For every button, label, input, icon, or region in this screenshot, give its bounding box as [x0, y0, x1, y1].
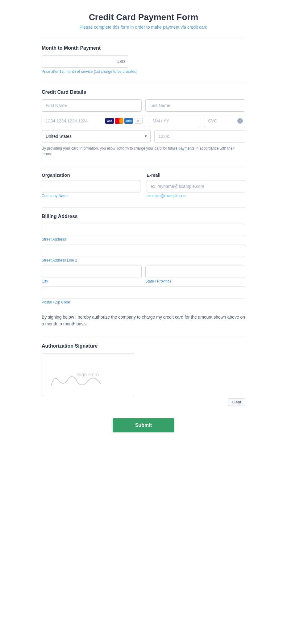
- card-terms: By providing your card information, you …: [42, 146, 245, 157]
- country-zip-row: United States Canada United Kingdom Aust…: [42, 130, 245, 142]
- street2-label: Street Address Line 2: [42, 258, 245, 262]
- signature-scribble: [48, 371, 104, 390]
- last-name-input[interactable]: [145, 99, 245, 112]
- page-title: Credit Card Payment Form: [42, 12, 245, 22]
- street1-label: Street Address: [42, 237, 245, 242]
- state-field: State / Province: [145, 266, 245, 283]
- zip-input[interactable]: [154, 130, 245, 142]
- clear-button-wrapper: Clear: [153, 398, 245, 406]
- section-divider-4: [42, 337, 245, 337]
- currency-badge: USD: [117, 59, 125, 64]
- cvc-info-icon[interactable]: i: [237, 118, 243, 124]
- amount-input[interactable]: [42, 55, 128, 68]
- payment-section-title: Month to Month Payment: [42, 45, 245, 51]
- org-group: Organization Company Name: [42, 172, 140, 198]
- credit-card-section: Credit Card Details VISA AMEX D: [42, 89, 245, 157]
- visa-icon: VISA: [105, 118, 114, 124]
- city-label: City: [42, 279, 142, 283]
- card-icons: VISA AMEX D: [105, 118, 143, 124]
- street2-input[interactable]: [42, 245, 245, 257]
- card-number-wrapper: VISA AMEX D: [42, 115, 145, 127]
- org-field-label: Company Name: [42, 194, 140, 198]
- billing-zip-label: Postal / Zip Code: [42, 300, 245, 304]
- zip-field: [154, 130, 245, 142]
- section-divider-3: [42, 207, 245, 208]
- billing-zip-input[interactable]: [42, 287, 245, 299]
- city-field: City: [42, 266, 142, 283]
- org-email-row: Organization Company Name E-mail example…: [42, 172, 245, 198]
- amount-input-wrapper: USD: [42, 55, 128, 68]
- submit-section: Submit: [42, 418, 245, 432]
- country-select[interactable]: United States Canada United Kingdom Aust…: [42, 130, 151, 142]
- name-row: [42, 99, 245, 112]
- org-label: Organization: [42, 172, 140, 178]
- cvc-wrapper: i: [204, 115, 245, 127]
- discover-icon: D: [134, 118, 143, 124]
- street1-input[interactable]: [42, 224, 245, 236]
- first-name-field: [42, 99, 142, 112]
- billing-title: Billing Address: [42, 214, 245, 219]
- state-input[interactable]: [145, 266, 245, 278]
- header-divider: [42, 39, 245, 39]
- street2-field: Street Address Line 2: [42, 245, 245, 262]
- org-email-section: Organization Company Name E-mail example…: [42, 172, 245, 198]
- expiry-input[interactable]: [149, 115, 200, 127]
- first-name-input[interactable]: [42, 99, 142, 112]
- price-note: Price after 1st month of service (1st ch…: [42, 69, 245, 74]
- payment-section: Month to Month Payment USD Price after 1…: [42, 45, 245, 74]
- billing-section: Billing Address Street Address Street Ad…: [42, 214, 245, 304]
- authorization-text: By signing below I hereby authorize the …: [42, 314, 245, 328]
- section-divider-2: [42, 166, 245, 166]
- billing-zip-field: Postal / Zip Code: [42, 287, 245, 304]
- signature-title: Authorization Signature: [42, 343, 245, 349]
- mastercard-icon: [115, 118, 123, 124]
- email-group: E-mail example@example.com: [147, 172, 245, 198]
- card-row: VISA AMEX D i: [42, 115, 245, 127]
- email-input[interactable]: [147, 180, 245, 192]
- section-divider-1: [42, 83, 245, 83]
- state-label: State / Province: [145, 279, 245, 283]
- clear-button[interactable]: Clear: [228, 398, 245, 406]
- page-subtitle: Please complete this form in order to ma…: [42, 25, 245, 30]
- street1-field: Street Address: [42, 224, 245, 242]
- credit-card-title: Credit Card Details: [42, 89, 245, 95]
- last-name-field: [145, 99, 245, 112]
- expiry-field: [149, 115, 200, 127]
- city-state-row: City State / Province: [42, 266, 245, 283]
- org-input[interactable]: [42, 180, 140, 192]
- email-label: E-mail: [147, 172, 245, 178]
- amex-icon: AMEX: [124, 118, 133, 124]
- city-input[interactable]: [42, 266, 142, 278]
- signature-canvas[interactable]: Sign Here: [42, 353, 134, 396]
- email-field-label: example@example.com: [147, 194, 245, 198]
- submit-button[interactable]: Submit: [113, 418, 174, 432]
- page-header: Credit Card Payment Form Please complete…: [42, 12, 245, 30]
- country-select-wrapper: United States Canada United Kingdom Aust…: [42, 130, 151, 142]
- signature-section: Authorization Signature Sign Here Clear: [42, 343, 245, 406]
